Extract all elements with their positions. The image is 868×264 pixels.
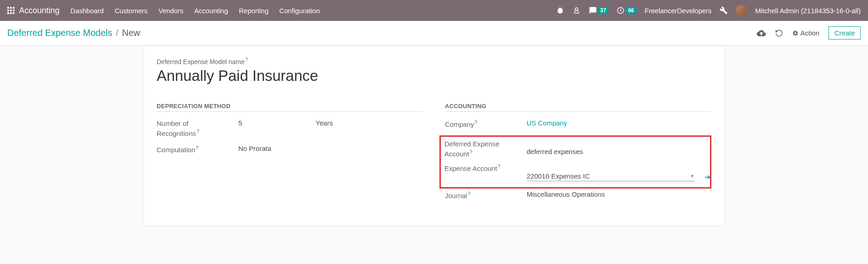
- expense-account-input-wrap[interactable]: ▼: [527, 172, 695, 181]
- control-panel: Deferred Expense Models / New Action Cre…: [0, 21, 868, 45]
- field-label: Company?: [445, 119, 527, 129]
- menu-vendors[interactable]: Vendors: [158, 7, 183, 15]
- svg-rect-3: [7, 10, 9, 11]
- apps-icon[interactable]: [7, 7, 15, 14]
- field-label: Expense Account?: [444, 163, 526, 173]
- activities-icon[interactable]: 66: [616, 6, 636, 15]
- field-value[interactable]: 5 Years: [238, 119, 423, 127]
- field-value[interactable]: No Prorata: [238, 144, 423, 152]
- help-icon[interactable]: ?: [468, 191, 470, 196]
- messages-icon[interactable]: 37: [589, 6, 608, 15]
- breadcrumb-active: New: [122, 28, 140, 38]
- external-link-icon[interactable]: ➔: [705, 173, 710, 181]
- field-unit[interactable]: Years: [316, 119, 333, 127]
- menu-dashboard[interactable]: Dashboard: [70, 7, 104, 15]
- field-value[interactable]: deferred expenses: [527, 148, 711, 155]
- breadcrumb: Deferred Expense Models / New: [7, 28, 140, 38]
- section-rule: [157, 111, 423, 112]
- cloud-upload-icon[interactable]: [757, 29, 766, 38]
- depreciation-method-group: DEPRECIATION METHOD Number of Recognitio…: [157, 103, 423, 207]
- help-icon[interactable]: ?: [196, 145, 198, 150]
- discard-icon[interactable]: [775, 29, 783, 37]
- form-sheet: Deferred Expense Model name? Annually Pa…: [143, 45, 725, 226]
- action-label: Action: [800, 29, 819, 37]
- gear-icon: [792, 30, 799, 36]
- expense-account-input[interactable]: [527, 172, 687, 180]
- field-label: Number of Recognitions?: [157, 119, 238, 139]
- svg-rect-4: [10, 10, 12, 11]
- title-section: Deferred Expense Model name? Annually Pa…: [157, 57, 711, 85]
- svg-rect-5: [13, 10, 15, 11]
- breadcrumb-separator: /: [116, 28, 118, 38]
- action-button[interactable]: Action: [792, 29, 819, 37]
- svg-rect-2: [13, 7, 15, 9]
- menu-accounting[interactable]: Accounting: [194, 7, 228, 15]
- field-expense-account-value-row: x ▼ ➔: [445, 172, 711, 181]
- app-name[interactable]: Accounting: [19, 6, 59, 15]
- menu-reporting[interactable]: Reporting: [239, 7, 268, 15]
- section-rule: [445, 111, 711, 112]
- help-icon[interactable]: ?: [498, 164, 500, 169]
- field-label: Journal?: [445, 190, 527, 200]
- messages-badge: 37: [598, 7, 608, 14]
- menu-configuration[interactable]: Configuration: [279, 7, 320, 15]
- dropdown-caret-icon[interactable]: ▼: [690, 174, 695, 179]
- field-label: Computation?: [157, 144, 238, 154]
- help-icon[interactable]: ?: [245, 57, 248, 62]
- activities-badge: 66: [626, 7, 636, 14]
- svg-rect-6: [7, 12, 9, 14]
- support-icon[interactable]: [572, 6, 581, 15]
- field-label: Deferred Expense Account?: [444, 139, 526, 159]
- topbar: Accounting Dashboard Customers Vendors A…: [0, 0, 868, 21]
- svg-rect-7: [10, 12, 12, 14]
- field-number-of-recognitions: Number of Recognitions? 5 Years: [157, 119, 423, 139]
- help-icon[interactable]: ?: [197, 129, 199, 134]
- field-value[interactable]: Miscellaneous Operations: [527, 190, 711, 198]
- svg-rect-0: [7, 7, 9, 9]
- avatar[interactable]: [736, 5, 747, 16]
- field-value[interactable]: US Company: [527, 119, 711, 127]
- bug-icon[interactable]: [556, 6, 564, 15]
- systray: 37 66 FreelancerDevelopers Mitchell Admi…: [556, 5, 861, 16]
- title-label: Deferred Expense Model name?: [157, 57, 711, 65]
- svg-rect-8: [13, 12, 15, 14]
- create-button[interactable]: Create: [829, 26, 861, 40]
- section-header: ACCOUNTING: [445, 103, 711, 110]
- menu-customers[interactable]: Customers: [114, 7, 148, 15]
- field-computation: Computation? No Prorata: [157, 144, 423, 154]
- svg-rect-1: [10, 7, 12, 9]
- form-background: Deferred Expense Model name? Annually Pa…: [0, 45, 868, 237]
- help-icon[interactable]: ?: [474, 120, 477, 125]
- top-menu: Dashboard Customers Vendors Accounting R…: [70, 7, 320, 15]
- section-header: DEPRECIATION METHOD: [157, 103, 423, 110]
- partner-name[interactable]: FreelancerDevelopers: [645, 7, 712, 15]
- field-value: ▼ ➔: [527, 172, 711, 181]
- svg-point-9: [575, 8, 578, 10]
- accounting-group: ACCOUNTING Company? US Company Deferred …: [445, 103, 711, 207]
- field-journal: Journal? Miscellaneous Operations: [445, 190, 711, 200]
- title-value[interactable]: Annually Paid Insurance: [157, 67, 711, 85]
- breadcrumb-parent[interactable]: Deferred Expense Models: [7, 28, 112, 38]
- help-icon[interactable]: ?: [469, 149, 472, 154]
- tools-icon[interactable]: [720, 6, 728, 15]
- field-company: Company? US Company: [445, 119, 711, 129]
- user-name[interactable]: Mitchell Admin (21184353-16-0-all): [755, 7, 861, 15]
